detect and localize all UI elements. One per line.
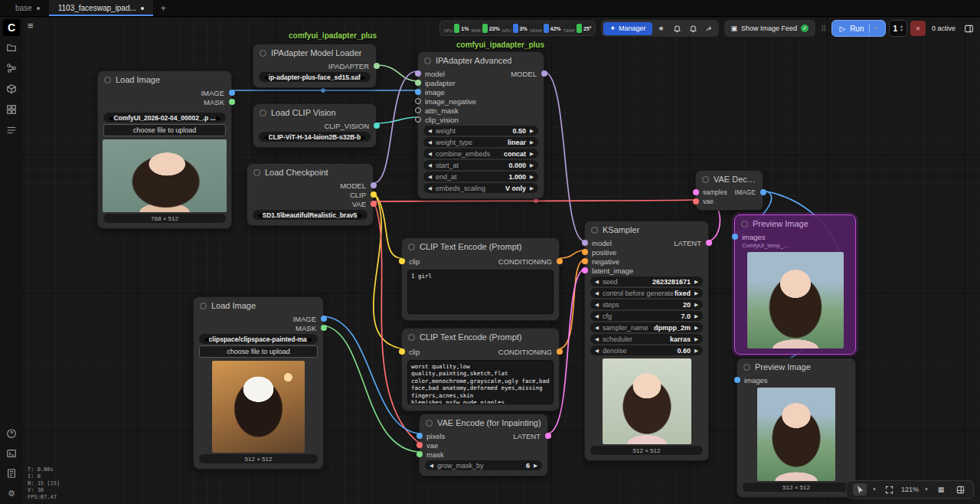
latent-image-input-slot[interactable] [582,267,588,273]
run-button[interactable]: ▷ Run ▼ [831,20,886,37]
clip-vision-output-slot[interactable] [374,123,380,129]
prompt-textarea[interactable]: 1 girl [407,270,554,314]
collapse-dot[interactable] [743,364,750,371]
pointer-tool-icon[interactable] [853,483,867,496]
model-library-icon[interactable] [5,83,18,95]
comfyui-logo[interactable]: C [3,19,20,36]
new-tab-button[interactable]: + [153,0,174,16]
collapse-dot[interactable] [200,303,207,309]
collapse-dot[interactable] [424,57,431,64]
positive-input-slot[interactable] [582,249,588,255]
increment-arrow-icon[interactable]: ▶ [308,335,313,343]
node-clip-text-encode-positive[interactable]: CLIP Text Encode (Prompt) clip CONDITION… [401,237,560,321]
clip-vision-file-combo[interactable]: ◀ CLIP-ViT-H-14-laion2B-s32B-b... ▶ [259,132,371,142]
menu-icon[interactable]: ≡ [28,20,34,31]
manager-button[interactable]: ✦ Manager [603,22,652,35]
node-load-checkpoint[interactable]: Load Checkpoint MODEL CLIP VAE ◀ SD1.5\b… [247,163,374,226]
end-at-widget[interactable]: ◀end_at1.000▶ [423,172,538,182]
image-output-slot[interactable] [321,316,327,322]
share-icon[interactable] [703,22,717,35]
cfg-widget[interactable]: ◀cfg7.0▶ [590,311,703,321]
notification-bell-icon[interactable] [671,22,684,35]
node-vae-encode-inpainting[interactable]: VAE Encode (for Inpainting) pixels LATEN… [419,414,548,476]
image-input-slot[interactable] [415,89,421,95]
collapse-dot[interactable] [702,176,709,183]
vae-output-slot[interactable] [371,201,377,207]
cancel-button[interactable]: × [910,21,926,36]
zoom-level-label[interactable]: 121% [901,486,919,493]
chevron-down-icon[interactable]: ▼ [924,487,929,492]
logs-icon[interactable] [5,467,18,479]
increment-arrow-icon[interactable]: ▶ [361,74,366,81]
clip-input-slot[interactable] [399,258,405,264]
chevron-down-icon[interactable]: ▼ [872,487,877,492]
seed-widget[interactable]: ◀seed2623281671▶ [590,277,703,286]
weight-widget[interactable]: ◀weight0.50▶ [423,126,538,136]
conditioning-output-slot[interactable] [557,349,563,355]
ipadapter-input-slot[interactable] [415,80,421,86]
sampler-name-widget[interactable]: ◀sampler_namedpmpp_2m▶ [590,322,703,332]
help-icon[interactable] [5,427,18,440]
checkpoint-file-combo[interactable]: ◀ SD1.5\beautifulRealistic_brav5... ▶ [253,210,368,220]
mask-input-slot[interactable] [416,451,423,457]
collapse-dot[interactable] [408,244,415,250]
latent-output-slot[interactable] [706,240,712,246]
show-image-feed-button[interactable]: ▣ Show Image Feed ✓ [724,20,816,37]
clip-output-slot[interactable] [371,191,377,198]
queue-icon[interactable] [5,124,18,136]
extensions-icon[interactable] [5,103,18,116]
terminal-icon[interactable] [5,447,18,460]
node-preview-image-bottom[interactable]: Preview Image images 512 × 512 [737,358,856,498]
node-ipadapter-advanced[interactable]: IPAdapter Advanced model MODEL ipadapter… [417,51,544,199]
node-clip-text-encode-negative[interactable]: CLIP Text Encode (Prompt) clip CONDITION… [401,328,560,411]
image-negative-input-slot[interactable] [415,98,421,104]
collapse-dot[interactable] [408,334,415,341]
alert-bell-icon[interactable] [687,22,701,35]
image-output-slot[interactable] [760,189,766,195]
collapse-dot[interactable] [426,420,433,427]
attn-mask-input-slot[interactable] [415,107,421,113]
images-input-slot[interactable] [732,234,738,240]
latent-output-slot[interactable] [545,433,551,439]
combine-embeds-widget[interactable]: ◀combine_embedsconcat▶ [423,149,538,159]
collapse-dot[interactable] [260,50,266,57]
collapse-dot[interactable] [591,227,598,234]
tab-base[interactable]: base [6,0,49,16]
drag-handle-icon[interactable]: ⠿ [821,25,826,33]
vae-input-slot[interactable] [416,442,423,448]
increment-arrow-icon[interactable]: ▶ [216,114,221,122]
images-input-slot[interactable] [734,377,740,383]
batch-count-stepper[interactable]: 1 ▲▼ [889,20,907,37]
conditioning-output-slot[interactable] [557,258,563,264]
mask-output-slot[interactable] [321,325,327,331]
tab-active-workflow[interactable]: 1103_faceswap_ipad... [49,0,153,16]
node-preview-image-selected[interactable]: Preview Image images ComfyUI_temp_... [734,214,856,355]
star-icon[interactable]: ★ [655,22,668,35]
node-load-image-top[interactable]: Load Image IMAGE MASK ◀ ComfyUI_2026-02-… [97,70,232,229]
collapse-dot[interactable] [253,169,260,176]
negative-input-slot[interactable] [582,258,588,264]
node-vae-decode[interactable]: VAE Deco... samples IMAGE vae [695,170,763,211]
settings-icon[interactable]: ⚙ [5,487,18,499]
prompt-textarea[interactable]: worst quality,low quality,painting,sketc… [407,360,554,404]
embeds-scaling-widget[interactable]: ◀embeds_scalingV only▶ [423,183,538,193]
model-input-slot[interactable] [415,70,421,77]
stepper-arrows-icon[interactable]: ▲▼ [900,25,903,33]
node-load-clip-vision[interactable]: Load CLIP Vision CLIP_VISION ◀ CLIP-ViT-… [253,103,377,148]
scheduler-widget[interactable]: ◀schedulerkarras▶ [590,334,703,344]
ipadapter-output-slot[interactable] [374,63,380,69]
collapse-dot[interactable] [104,77,111,83]
grid-toggle-icon[interactable]: ▦ [934,483,948,496]
samples-input-slot[interactable] [693,189,699,195]
increment-arrow-icon[interactable]: ▶ [358,211,363,219]
model-output-slot[interactable] [541,70,547,77]
control-before-generate-widget[interactable]: ◀control before generatefixed▶ [590,288,703,298]
minimap-toggle-icon[interactable] [953,483,967,496]
clip-vision-input-slot[interactable] [415,116,421,123]
image-file-combo[interactable]: ◀ ComfyUI_2026-02-04_00002_.p ... ▶ [103,113,226,123]
mask-output-slot[interactable] [229,99,235,105]
weight-type-widget[interactable]: ◀weight_typelinear▶ [423,137,538,147]
denoise-widget[interactable]: ◀denoise0.60▶ [590,345,703,355]
upload-button[interactable]: choose file to upload [199,345,318,358]
increment-arrow-icon[interactable]: ▶ [361,133,366,141]
